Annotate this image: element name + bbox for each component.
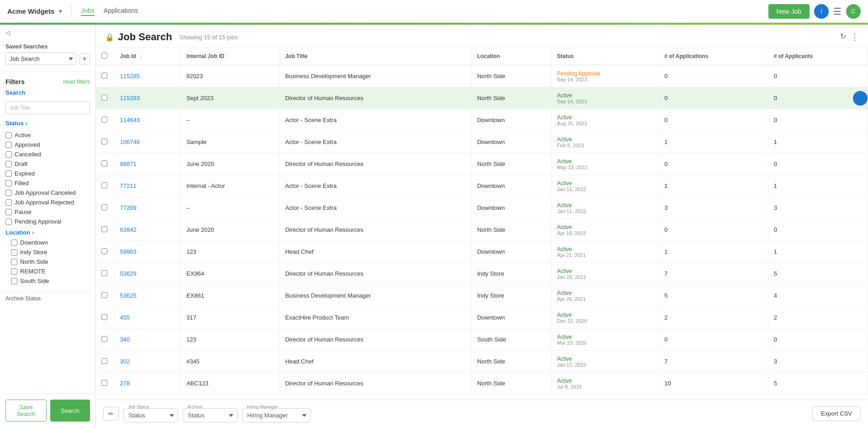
location-label-remote[interactable]: REMOTE bbox=[20, 268, 46, 275]
tab-jobs[interactable]: Jobs bbox=[81, 7, 95, 16]
table-row[interactable]: 278 ABC123 Director of Human Resources N… bbox=[96, 373, 868, 395]
col-num-applications[interactable]: # of Applications bbox=[659, 48, 768, 65]
status-checkbox-expired[interactable] bbox=[5, 171, 12, 177]
status-label-draft[interactable]: Draft bbox=[15, 160, 27, 167]
status-label-pending-approval[interactable]: Pending Approval bbox=[15, 218, 61, 225]
status-item-cancelled: Cancelled bbox=[5, 149, 90, 159]
job-status-select[interactable]: Status bbox=[123, 408, 178, 422]
row-checkbox-0[interactable] bbox=[101, 73, 107, 79]
table-row[interactable]: 77209 -- Actor - Scene Extra Downtown Ac… bbox=[96, 197, 868, 219]
status-label-filled[interactable]: Filled bbox=[15, 180, 29, 187]
status-item-pending-approval: Pending Approval bbox=[5, 217, 90, 226]
status-checkbox-pause[interactable] bbox=[5, 209, 12, 215]
brand-name[interactable]: Acme Widgets bbox=[7, 7, 54, 15]
location-checkbox-south-side[interactable] bbox=[11, 278, 17, 284]
location-item-remote: REMOTE bbox=[11, 267, 85, 276]
add-saved-search-button[interactable]: + bbox=[79, 53, 90, 64]
table-row[interactable]: 114643 -- Actor - Scene Extra Downtown A… bbox=[96, 109, 868, 131]
row-checkbox-8[interactable] bbox=[101, 248, 107, 254]
tab-applications[interactable]: Applications bbox=[104, 7, 138, 16]
status-checkbox-cancelled[interactable] bbox=[5, 151, 12, 158]
col-location[interactable]: Location bbox=[471, 48, 551, 65]
saved-searches-select[interactable]: Job Search bbox=[5, 53, 76, 65]
row-checkbox-5[interactable] bbox=[101, 182, 107, 188]
row-checkbox-9[interactable] bbox=[101, 270, 107, 276]
row-num-applications: 10 bbox=[659, 373, 768, 395]
status-item-job-approval-canceled: Job Approval Canceled bbox=[5, 188, 90, 197]
table-row[interactable]: 106746 Sample Actor - Scene Extra Downto… bbox=[96, 131, 868, 153]
table-row[interactable]: 77211 Internal - Actor Actor - Scene Ext… bbox=[96, 175, 868, 197]
col-job-title[interactable]: Job Title bbox=[280, 48, 471, 65]
table-row[interactable]: 53625 EX861 Business Development Manager… bbox=[96, 285, 868, 307]
row-internal-job-id: June 2020 bbox=[180, 153, 279, 175]
location-checkbox-north-side[interactable] bbox=[11, 259, 17, 265]
archive-select[interactable]: Status bbox=[183, 408, 238, 422]
status-label-cancelled[interactable]: Cancelled bbox=[15, 151, 41, 158]
col-num-applicants[interactable]: # of Applicants bbox=[768, 48, 868, 65]
row-checkbox-14[interactable] bbox=[101, 380, 107, 386]
row-checkbox-12[interactable] bbox=[101, 336, 107, 342]
row-checkbox-2[interactable] bbox=[101, 117, 107, 123]
table-row[interactable]: 63842 June 2020 Director of Human Resour… bbox=[96, 219, 868, 241]
edit-icon-button[interactable]: ✏ bbox=[103, 407, 119, 421]
table-row[interactable]: 88871 June 2020 Director of Human Resour… bbox=[96, 153, 868, 175]
status-label-approved[interactable]: Approved bbox=[15, 141, 40, 148]
location-label-downtown[interactable]: Downtown bbox=[20, 239, 48, 246]
table-row[interactable]: 115285 92023 Business Development Manage… bbox=[96, 65, 868, 87]
sidebar-collapse-button[interactable]: ◁ bbox=[0, 25, 95, 41]
status-label-job-approval-canceled[interactable]: Job Approval Canceled bbox=[15, 189, 76, 196]
row-checkbox-1[interactable] bbox=[101, 95, 107, 101]
status-checkbox-approved[interactable] bbox=[5, 142, 12, 148]
row-checkbox-13[interactable] bbox=[101, 358, 107, 364]
nav-divider bbox=[71, 5, 72, 18]
location-checkbox-indy-store[interactable] bbox=[11, 249, 17, 256]
status-checkbox-pending-approval[interactable] bbox=[5, 219, 12, 225]
status-label-active[interactable]: Active bbox=[15, 132, 31, 139]
row-location: Downtown bbox=[471, 197, 551, 219]
hamburger-icon[interactable]: ☰ bbox=[833, 6, 842, 17]
save-search-button[interactable]: Save Search bbox=[5, 400, 47, 422]
status-label-pause[interactable]: Pause bbox=[15, 208, 32, 215]
status-checkbox-draft[interactable] bbox=[5, 161, 12, 167]
export-csv-button[interactable]: Export CSV bbox=[812, 406, 861, 421]
new-job-button[interactable]: New Job bbox=[768, 4, 810, 19]
table-row[interactable]: 59903 123 Head Chef Downtown Active Apr … bbox=[96, 241, 868, 263]
search-button[interactable]: Search bbox=[50, 400, 90, 422]
sidebar-divider-1 bbox=[0, 71, 95, 72]
location-label-north-side[interactable]: North Side bbox=[20, 258, 48, 265]
col-internal-job-id[interactable]: Internal Job ID bbox=[180, 48, 279, 65]
status-label-job-approval-rejected[interactable]: Job Approval Rejected bbox=[15, 199, 74, 206]
select-all-checkbox[interactable] bbox=[101, 53, 107, 59]
reset-filters-button[interactable]: reset filters bbox=[63, 79, 90, 85]
user-icon-i[interactable]: I bbox=[814, 4, 829, 19]
table-row[interactable]: 455 317 ExactHire Product Team Downtown … bbox=[96, 307, 868, 329]
status-label-expired[interactable]: Expired bbox=[15, 170, 35, 177]
table-row[interactable]: 115283 Sept 2023 Director of Human Resou… bbox=[96, 87, 868, 109]
col-job-id[interactable]: Job Id ↓ bbox=[114, 48, 180, 65]
row-checkbox-4[interactable] bbox=[101, 160, 107, 166]
row-checkbox-7[interactable] bbox=[101, 226, 107, 232]
table-row[interactable]: 53629 EX964 Director of Human Resources … bbox=[96, 263, 868, 285]
row-checkbox-10[interactable] bbox=[101, 292, 107, 298]
table-row[interactable]: 302 #345 Head Chef North Side Active Jan… bbox=[96, 351, 868, 373]
user-avatar-c[interactable]: C bbox=[846, 4, 861, 19]
status-checkbox-active[interactable] bbox=[5, 132, 12, 139]
col-status[interactable]: Status bbox=[551, 48, 659, 65]
location-label-south-side[interactable]: South Side bbox=[20, 278, 49, 284]
table-row[interactable]: 340 123 Director of Human Resources Sout… bbox=[96, 329, 868, 351]
more-options-icon[interactable]: ⋮ bbox=[851, 32, 859, 42]
row-checkbox-11[interactable] bbox=[101, 314, 107, 320]
row-status: Active Jan 17, 2023 bbox=[551, 351, 659, 373]
row-checkbox-6[interactable] bbox=[101, 204, 107, 210]
location-checkbox-remote[interactable] bbox=[11, 268, 17, 275]
job-title-search-input[interactable] bbox=[5, 101, 90, 114]
row-checkbox-3[interactable] bbox=[101, 139, 107, 144]
location-label-indy-store[interactable]: Indy Store bbox=[20, 249, 47, 256]
location-checkbox-downtown[interactable] bbox=[11, 240, 17, 246]
status-checkbox-job-approval-rejected[interactable] bbox=[5, 199, 12, 206]
brand-caret[interactable]: ▾ bbox=[59, 8, 62, 15]
status-checkbox-filled[interactable] bbox=[5, 180, 12, 187]
refresh-icon[interactable]: ↻ bbox=[840, 32, 846, 42]
hiring-manager-select[interactable]: Hiring Manager bbox=[242, 408, 311, 422]
status-checkbox-job-approval-canceled[interactable] bbox=[5, 190, 12, 196]
